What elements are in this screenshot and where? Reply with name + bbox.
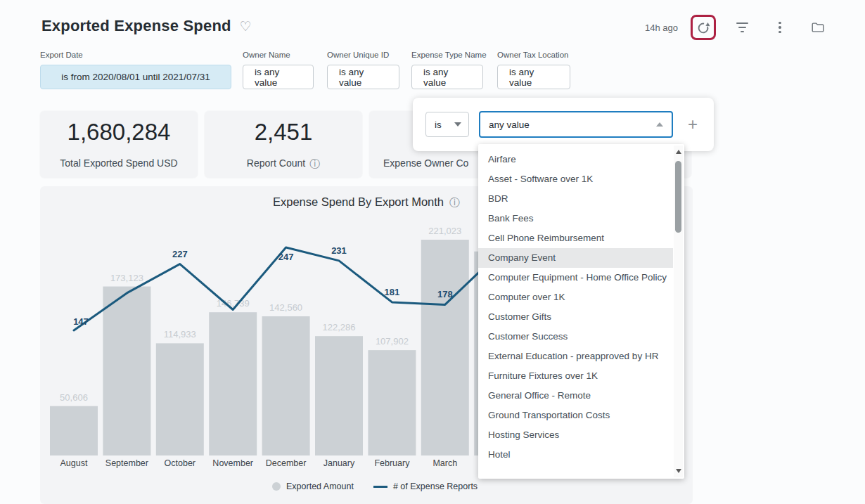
svg-text:173,123: 173,123 [110,273,143,283]
filter-expense-type-name: Expense Type Name is any value [411,51,487,89]
dropdown-item[interactable]: General Office - Remote [478,386,673,406]
dropdown-item[interactable]: Cell Phone Reimbursement [478,228,673,248]
svg-text:50,606: 50,606 [60,392,88,403]
kebab-menu-icon [778,22,781,34]
svg-text:221,023: 221,023 [428,226,461,236]
filter-export-date: Export Date is from 2020/08/01 until 202… [40,51,231,89]
dropdown-scrollbar[interactable] [674,146,683,477]
dropdown-item[interactable]: Ground Transportation Costs [478,406,673,425]
kpi-tile-total-exported-spend: 1,680,284 Total Exported Spend USD [40,111,198,178]
filter-chip-expense-type-name[interactable]: is any value [411,65,483,89]
svg-text:231: 231 [331,245,347,256]
svg-text:142,560: 142,560 [269,302,302,313]
svg-text:114,933: 114,933 [164,329,196,340]
dropdown-item[interactable]: Bank Fees [478,209,673,228]
favorite-heart-icon[interactable]: ♡ [240,20,252,33]
dashboard-filters-button[interactable] [730,15,754,39]
kpi-value: 1,680,284 [40,119,198,146]
legend-line-swatch [373,486,387,488]
dropdown-item[interactable]: External Education - preapproved by HR [478,347,673,366]
filter-label: Export Date [40,51,231,59]
svg-text:147: 147 [73,316,89,327]
svg-text:August: August [60,458,88,468]
svg-text:March: March [432,458,457,468]
dropdown-item[interactable]: Computer over 1K [478,287,673,307]
filter-chip-owner-name[interactable]: is any value [243,65,314,89]
svg-text:December: December [266,458,307,468]
operator-select[interactable]: is [425,112,469,137]
refresh-icon [696,20,711,35]
scroll-down-arrow-icon[interactable] [674,466,683,476]
filter-edit-popover: is any value + [413,98,714,151]
svg-text:January: January [323,458,355,468]
more-actions-button[interactable] [768,15,792,39]
filter-chip-export-date[interactable]: is from 2020/08/01 until 2021/07/31 [40,65,231,89]
chevron-down-icon [454,122,461,127]
filter-label: Owner Unique ID [327,51,399,59]
kpi-value: 2,451 [205,119,362,146]
kpi-label: Expense Owner Co [383,157,468,169]
header-actions: 14h ago [645,14,830,41]
dashboard: Exported Expense Spend ♡ 14h ago Export … [0,0,865,504]
svg-text:November: November [212,458,253,468]
svg-text:178: 178 [437,289,453,299]
kpi-tile-report-count: 2,451 Report Countⓘ [205,111,362,178]
filter-owner-tax-location: Owner Tax Location is any value [497,51,570,89]
last-updated-label: 14h ago [645,22,678,33]
filter-label: Expense Type Name [411,51,487,59]
legend-bar-swatch [272,482,281,491]
dropdown-item[interactable]: Company Event [478,248,673,268]
svg-text:122,286: 122,286 [323,322,356,332]
dropdown-item[interactable]: Customer Success [478,327,673,347]
dropdown-item[interactable]: Airfare [478,150,673,169]
filter-value-input[interactable]: any value [479,111,673,138]
filter-label: Owner Name [243,51,314,59]
svg-text:September: September [105,458,148,468]
svg-text:107,902: 107,902 [376,336,409,347]
folder-icon [810,20,826,35]
legend-bar-label: Exported Amount [286,482,354,491]
filter-chip-owner-tax-location[interactable]: is any value [497,65,570,89]
legend-line-label: # of Expense Reports [393,482,478,491]
dropdown-item[interactable]: BDR [478,189,673,209]
chevron-up-icon [656,122,663,127]
filter-chip-owner-unique-id[interactable]: is any value [327,65,399,89]
header: Exported Expense Spend ♡ [41,17,252,35]
svg-text:October: October [165,458,196,468]
info-icon[interactable]: ⓘ [309,158,320,169]
dropdown-item[interactable]: Customer Gifts [478,307,673,327]
filter-owner-name: Owner Name is any value [243,51,314,89]
folder-button[interactable] [806,15,830,39]
kpi-label: Report Count [247,157,305,169]
dropdown-item[interactable]: Hosting Services [478,425,673,445]
filter-owner-unique-id: Owner Unique ID is any value [327,51,399,89]
add-filter-value-button[interactable]: + [681,113,704,136]
dropdown-item[interactable]: Furniture Fixtures over 1K [478,366,673,386]
filter-label: Owner Tax Location [497,51,570,59]
svg-text:247: 247 [278,252,294,262]
chart-legend: Exported Amount # of Expense Reports [272,482,478,491]
dropdown-item[interactable]: Computer Equipment - Home Office Policy [478,268,673,287]
page-title: Exported Expense Spend [41,17,231,35]
operator-value: is [435,119,442,130]
filter-suggestions-dropdown: AirfareAsset - Software over 1KBDRBank F… [478,144,684,479]
svg-text:February: February [374,458,410,468]
filter-input-value: any value [489,119,530,130]
dropdown-item[interactable]: Asset - Software over 1K [478,169,673,189]
scroll-up-arrow-icon[interactable] [674,147,683,157]
refresh-button[interactable] [691,15,716,40]
scrollbar-thumb[interactable] [675,161,681,233]
svg-text:181: 181 [385,287,400,297]
dropdown-list-items: AirfareAsset - Software over 1KBDRBank F… [478,150,673,465]
dropdown-item[interactable]: Hotel [478,445,673,465]
kpi-label: Total Exported Spend USD [60,157,177,169]
svg-text:227: 227 [172,249,188,259]
filter-lines-icon [736,22,748,32]
